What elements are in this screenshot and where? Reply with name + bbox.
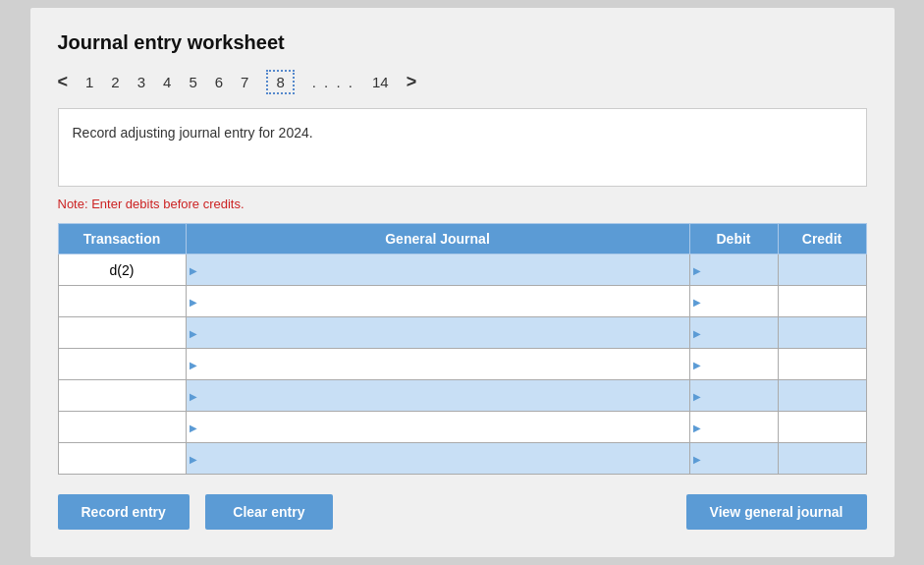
table-row xyxy=(58,349,866,380)
record-entry-button[interactable]: Record entry xyxy=(58,494,190,530)
table-row xyxy=(58,412,866,443)
table-row: d(2) xyxy=(58,254,866,286)
clear-entry-button[interactable]: Clear entry xyxy=(205,494,333,530)
gj-cell-2[interactable] xyxy=(186,286,689,317)
prev-arrow[interactable]: < xyxy=(58,72,69,92)
buttons-row: Record entry Clear entry View general jo… xyxy=(58,494,867,530)
credit-cell-7[interactable] xyxy=(778,443,866,475)
instruction-box: Record adjusting journal entry for 2024. xyxy=(58,108,867,187)
journal-table: Transaction General Journal Debit Credit… xyxy=(58,223,867,475)
page-title: Journal entry worksheet xyxy=(58,31,867,54)
col-header-transaction: Transaction xyxy=(58,224,186,254)
gj-cell-4[interactable] xyxy=(186,349,689,380)
page-3[interactable]: 3 xyxy=(137,74,145,90)
transaction-cell-2[interactable] xyxy=(58,286,186,317)
debit-cell-2[interactable] xyxy=(689,286,778,317)
col-header-debit: Debit xyxy=(689,224,778,254)
gj-cell-5[interactable] xyxy=(186,380,689,412)
transaction-cell-7[interactable] xyxy=(58,443,186,475)
table-row xyxy=(58,317,866,349)
debit-cell-5[interactable] xyxy=(689,380,778,412)
table-row xyxy=(58,443,866,475)
page-14[interactable]: 14 xyxy=(372,74,389,90)
debit-cell-3[interactable] xyxy=(689,317,778,349)
transaction-cell-3[interactable] xyxy=(58,317,186,349)
gj-cell-1[interactable] xyxy=(186,254,689,286)
debit-cell-4[interactable] xyxy=(689,349,778,380)
pagination-dots: . . . . xyxy=(312,74,354,90)
next-arrow[interactable]: > xyxy=(407,72,417,92)
transaction-cell-5[interactable] xyxy=(58,380,186,412)
credit-cell-6[interactable] xyxy=(778,412,866,443)
col-header-general-journal: General Journal xyxy=(186,224,689,254)
note-text: Note: Enter debits before credits. xyxy=(58,197,867,211)
credit-cell-4[interactable] xyxy=(778,349,866,380)
view-general-journal-button[interactable]: View general journal xyxy=(686,494,867,530)
credit-cell-5[interactable] xyxy=(778,380,866,412)
debit-cell-6[interactable] xyxy=(689,412,778,443)
transaction-cell-1[interactable]: d(2) xyxy=(58,254,186,286)
gj-cell-7[interactable] xyxy=(186,443,689,475)
credit-cell-2[interactable] xyxy=(778,286,866,317)
page-6[interactable]: 6 xyxy=(215,74,223,90)
pagination: < 1 2 3 4 5 6 7 8 . . . . 14 > xyxy=(58,70,867,94)
instruction-text: Record adjusting journal entry for 2024. xyxy=(73,125,313,141)
gj-cell-6[interactable] xyxy=(186,412,689,443)
credit-cell-1[interactable] xyxy=(778,254,866,286)
debit-cell-1[interactable] xyxy=(689,254,778,286)
page-4[interactable]: 4 xyxy=(163,74,171,90)
debit-cell-7[interactable] xyxy=(689,443,778,475)
page-2[interactable]: 2 xyxy=(111,74,119,90)
table-row xyxy=(58,380,866,412)
page-1[interactable]: 1 xyxy=(85,74,93,90)
worksheet-container: Journal entry worksheet < 1 2 3 4 5 6 7 … xyxy=(30,8,895,557)
col-header-credit: Credit xyxy=(778,224,866,254)
page-5[interactable]: 5 xyxy=(189,74,196,90)
table-row xyxy=(58,286,866,317)
gj-cell-3[interactable] xyxy=(186,317,689,349)
transaction-cell-6[interactable] xyxy=(58,412,186,443)
transaction-cell-4[interactable] xyxy=(58,349,186,380)
page-7[interactable]: 7 xyxy=(241,74,248,90)
page-8[interactable]: 8 xyxy=(266,70,294,94)
credit-cell-3[interactable] xyxy=(778,317,866,349)
